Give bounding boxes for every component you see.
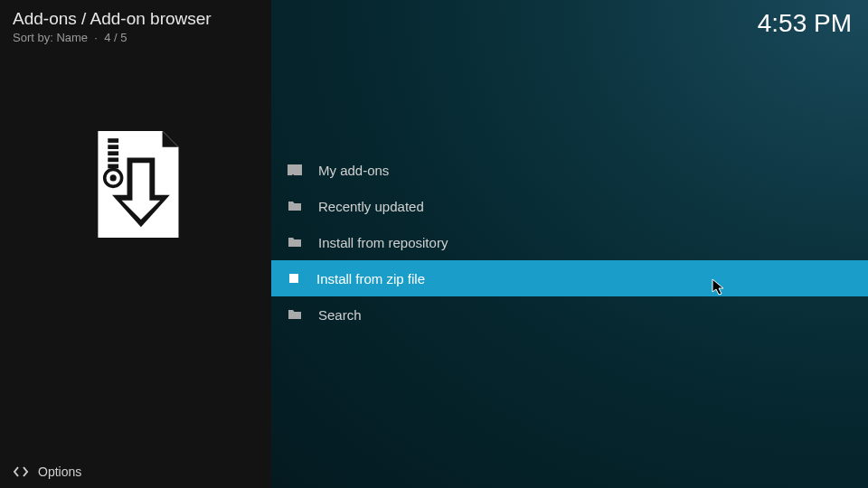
svg-rect-1: [108, 145, 118, 149]
menu-item-install-zip[interactable]: Install from zip file: [271, 260, 868, 296]
svg-rect-2: [108, 151, 118, 155]
folder-icon: [288, 237, 302, 248]
menu-item-search[interactable]: Search: [271, 296, 868, 333]
folder-icon: [288, 164, 302, 175]
zip-file-download-icon: [77, 126, 194, 243]
options-label: Options: [38, 465, 81, 479]
clock: 4:53 PM: [758, 9, 852, 38]
sort-line: Sort by: Name · 4 / 5: [13, 31, 259, 44]
folder-icon: [288, 201, 302, 211]
folder-icon: [288, 309, 302, 320]
menu-item-label: Install from repository: [318, 235, 448, 250]
svg-rect-7: [289, 274, 298, 283]
svg-rect-3: [108, 157, 118, 162]
menu-item-my-addons[interactable]: My add-ons: [271, 152, 868, 188]
sort-label: Sort by: Name: [13, 31, 88, 44]
zip-file-icon: [288, 272, 300, 285]
sidebar-footer[interactable]: Options: [0, 455, 271, 488]
position-counter: 4 / 5: [104, 31, 127, 44]
menu-item-label: Recently updated: [318, 199, 424, 214]
sidebar: Add-ons / Add-on browser Sort by: Name ·…: [0, 0, 271, 488]
svg-rect-4: [108, 164, 118, 169]
menu-item-label: Search: [318, 307, 362, 323]
menu-item-recently-updated[interactable]: Recently updated: [271, 188, 868, 224]
menu-item-label: My add-ons: [318, 163, 389, 178]
svg-rect-0: [108, 138, 118, 143]
sidebar-header: Add-ons / Add-on browser Sort by: Name ·…: [0, 0, 271, 44]
main-content: 4:53 PM My add-ons Recently updated Inst…: [271, 0, 868, 488]
options-arrows-icon: [13, 465, 29, 478]
menu-item-label: Install from zip file: [316, 271, 425, 286]
menu-item-install-repository[interactable]: Install from repository: [271, 224, 868, 260]
svg-point-6: [110, 174, 117, 181]
sidebar-icon-area: [0, 44, 271, 243]
breadcrumb: Add-ons / Add-on browser: [13, 9, 259, 29]
menu-list: My add-ons Recently updated Install from…: [271, 152, 868, 333]
